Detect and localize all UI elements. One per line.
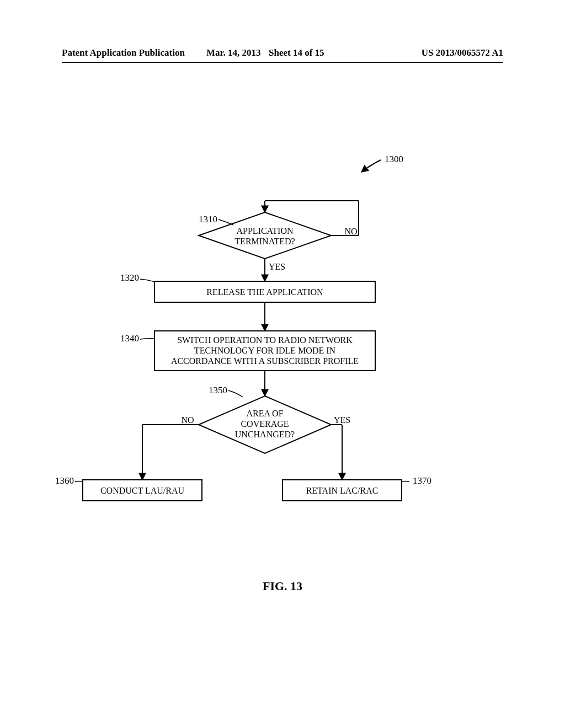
edge-coverage-yes	[331, 425, 342, 480]
decision-terminated-line2: TERMINATED?	[234, 237, 295, 246]
figure-caption: FIG. 13	[0, 579, 565, 593]
leader-1360	[75, 481, 83, 482]
text-decision-coverage: AREA OF COVERAGE UNCHANGED?	[221, 408, 309, 440]
edge-label-terminated-yes: YES	[269, 261, 291, 272]
ref-1370: 1370	[413, 475, 431, 486]
ref-1300: 1300	[385, 154, 403, 165]
ref-1350: 1350	[209, 385, 227, 396]
switch-op-line3: ACCORDANCE WITH A SUBSCRIBER PROFILE	[171, 356, 359, 366]
decision-coverage-line1: AREA OF	[246, 409, 283, 418]
edge-coverage-no	[142, 425, 199, 480]
switch-op-line2: TECHNOLOGY FOR IDLE MODE IN	[194, 346, 335, 355]
leader-1370	[402, 481, 409, 482]
text-decision-terminated: APPLICATION TERMINATED?	[221, 226, 309, 247]
decision-coverage-line3: UNCHANGED?	[235, 430, 295, 439]
leader-1350	[228, 390, 243, 397]
decision-terminated-line1: APPLICATION	[236, 226, 293, 235]
switch-op-line1: SWITCH OPERATION TO RADIO NETWORK	[177, 335, 353, 345]
edge-label-coverage-no: NO	[177, 415, 199, 425]
text-release-application: RELEASE THE APPLICATION	[154, 287, 375, 297]
ref-1340: 1340	[120, 333, 139, 344]
patent-figure-page: Patent Application Publication Mar. 14, …	[0, 0, 565, 728]
edge-label-coverage-yes: YES	[331, 415, 353, 425]
ref-1360: 1360	[55, 475, 74, 486]
ref-1320: 1320	[120, 272, 139, 283]
edge-label-terminated-no: NO	[340, 226, 362, 237]
leader-1320	[140, 279, 154, 282]
leader-1310	[218, 220, 233, 225]
figure-ref-arrow	[361, 160, 381, 172]
text-switch-operation: SWITCH OPERATION TO RADIO NETWORK TECHNO…	[154, 335, 375, 367]
text-conduct-lau-rau: CONDUCT LAU/RAU	[83, 485, 202, 496]
leader-1340	[140, 339, 154, 339]
text-retain-lac-rac: RETAIN LAC/RAC	[282, 485, 402, 496]
ref-1310: 1310	[199, 214, 217, 225]
decision-coverage-line2: COVERAGE	[241, 419, 289, 429]
